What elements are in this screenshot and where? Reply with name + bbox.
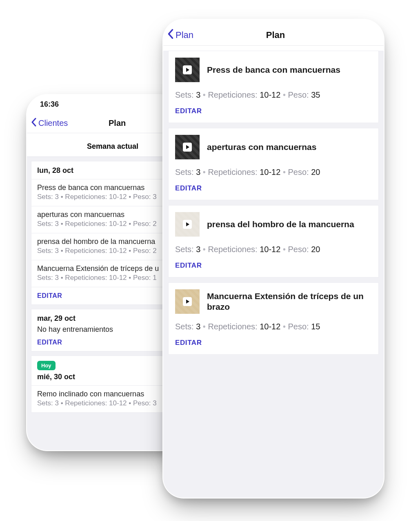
- day-date: mié, 30 oct: [37, 373, 75, 381]
- exercise-card[interactable]: Press de banca con mancuernas Sets: 3 • …: [168, 51, 379, 123]
- edit-exercise-button[interactable]: EDITAR: [175, 256, 202, 274]
- play-icon: [183, 143, 192, 152]
- exercise-stats: Sets: 3 • Repeticiones: 10-12 • Peso: 35: [175, 90, 372, 100]
- exercise-title: aperturas con mancuernas: [207, 142, 316, 152]
- exercise-title: prensa del hombro de la mancuerna: [207, 219, 354, 230]
- exercise-title: Press de banca con mancuernas: [207, 65, 340, 75]
- exercise-thumbnail[interactable]: [175, 289, 200, 314]
- exercise-thumbnail[interactable]: [175, 135, 200, 159]
- exercise-title: Mancuerna Extensión de tríceps de un bra…: [207, 291, 372, 313]
- edit-exercise-button[interactable]: EDITAR: [175, 179, 202, 197]
- play-icon: [183, 65, 192, 74]
- play-icon: [183, 297, 192, 306]
- exercise-thumbnail[interactable]: [175, 212, 200, 237]
- nav-header-front-phone: Plan Plan: [163, 20, 384, 46]
- phone-front: Plan Plan Press de banca con mancuernas …: [163, 20, 384, 498]
- edit-exercise-button[interactable]: EDITAR: [175, 333, 202, 351]
- play-icon: [183, 220, 192, 229]
- exercise-stats: Sets: 3 • Repeticiones: 10-12 • Peso: 20: [175, 245, 372, 254]
- exercise-card[interactable]: prensa del hombro de la mancuerna Sets: …: [168, 205, 379, 277]
- exercise-stats: Sets: 3 • Repeticiones: 10-12 • Peso: 20: [175, 168, 372, 177]
- chevron-left-icon: [31, 118, 37, 129]
- exercise-stats: Sets: 3 • Repeticiones: 10-12 • Peso: 15: [175, 322, 372, 331]
- nav-title: Plan: [171, 30, 380, 40]
- status-time: 16:36: [40, 100, 59, 109]
- exercise-list-view: Press de banca con mancuernas Sets: 3 • …: [163, 51, 384, 498]
- exercise-thumbnail[interactable]: [175, 58, 200, 82]
- exercise-card[interactable]: Mancuerna Extensión de tríceps de un bra…: [168, 282, 379, 355]
- today-badge: Hoy: [37, 361, 56, 370]
- exercise-card[interactable]: aperturas con mancuernas Sets: 3 • Repet…: [168, 128, 379, 200]
- edit-exercise-button[interactable]: EDITAR: [175, 101, 202, 119]
